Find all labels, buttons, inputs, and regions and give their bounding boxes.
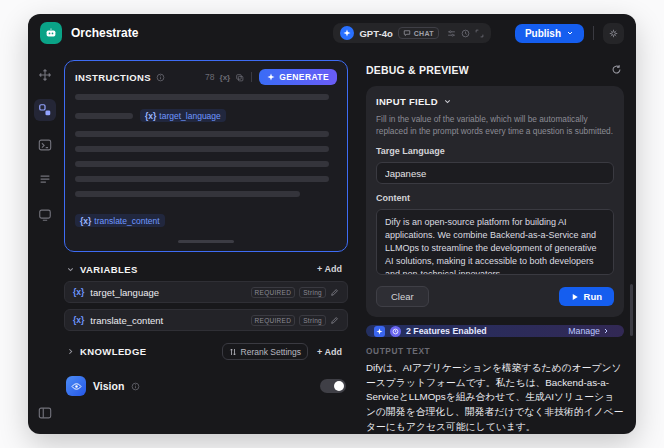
type-selector[interactable]: String xyxy=(299,287,326,298)
rerank-icon xyxy=(229,348,237,356)
chat-mode-label: CHAT xyxy=(414,30,434,37)
features-enabled-label: 2 Features Enabled xyxy=(406,326,487,336)
terminal-icon[interactable] xyxy=(34,134,56,156)
clear-button[interactable]: Clear xyxy=(376,286,429,307)
chevron-down-icon[interactable] xyxy=(443,97,452,106)
char-count: 78 xyxy=(205,72,214,82)
rerank-settings-button[interactable]: Rerank Settings xyxy=(222,343,308,360)
refresh-button[interactable] xyxy=(609,62,624,77)
info-icon[interactable] xyxy=(131,382,140,391)
chevron-down-icon[interactable] xyxy=(66,265,75,274)
type-selector[interactable]: String xyxy=(299,315,326,326)
variables-title: VARIABLES xyxy=(80,264,138,275)
model-name: GPT-4o xyxy=(359,28,392,39)
left-rail xyxy=(28,52,62,434)
model-option-icons xyxy=(447,29,484,38)
skeleton-line xyxy=(75,131,329,137)
copy-icon[interactable] xyxy=(235,73,244,82)
prompt-skeleton: {x} target_language {x} translate_conten… xyxy=(75,92,337,243)
variable-row[interactable]: {x} target_language REQUIRED String xyxy=(64,281,348,303)
chevron-right-icon[interactable] xyxy=(66,347,75,356)
vision-label: Vision xyxy=(93,380,124,392)
chat-mode-badge: CHAT xyxy=(398,27,439,39)
sliders-icon[interactable] xyxy=(447,29,456,38)
manage-features-button[interactable]: Manage xyxy=(562,325,616,337)
instructions-editor[interactable]: INSTRUCTIONS 78 {x} GENERATE xyxy=(64,60,348,252)
edit-icon[interactable] xyxy=(330,288,339,297)
annotation-icon[interactable] xyxy=(34,204,56,226)
edit-icon[interactable] xyxy=(330,316,339,325)
content-textarea[interactable]: Dify is an open-source platform for buil… xyxy=(376,209,614,275)
skeleton-line xyxy=(75,161,329,167)
debug-title: DEBUG & PREVIEW xyxy=(366,64,469,76)
app-logo-icon[interactable] xyxy=(40,22,62,44)
skeleton-line xyxy=(75,176,329,182)
move-icon[interactable] xyxy=(34,64,56,86)
run-button[interactable]: Run xyxy=(559,287,614,306)
target-language-label: Targe Language xyxy=(376,146,614,156)
model-selector[interactable]: GPT-4o CHAT xyxy=(333,23,490,43)
variable-chip-target-language[interactable]: {x} target_language xyxy=(140,109,226,122)
scroll-indicator[interactable] xyxy=(178,240,234,244)
top-bar: Orchestrate GPT-4o CHAT Publish xyxy=(28,14,636,52)
divider xyxy=(593,26,594,40)
variable-chip-translate-content[interactable]: {x} translate_content xyxy=(75,214,165,227)
model-icon xyxy=(340,26,354,40)
variable-row[interactable]: {x} translate_content REQUIRED String xyxy=(64,309,348,331)
input-field-description: Fill in the value of the variable, which… xyxy=(376,113,614,137)
orchestrate-icon[interactable] xyxy=(34,99,56,121)
input-field-title: INPUT FIELD xyxy=(376,96,438,107)
content-label: Content xyxy=(376,193,614,203)
add-variable-button[interactable]: + Add xyxy=(313,262,346,276)
feature-opener-icon xyxy=(374,326,385,337)
info-icon[interactable] xyxy=(156,73,165,82)
debug-preview-panel: DEBUG & PREVIEW INPUT FIELD Fill in the … xyxy=(354,52,636,434)
publish-button[interactable]: Publish xyxy=(515,24,584,43)
vision-feature: Vision xyxy=(64,376,348,396)
publish-label: Publish xyxy=(525,28,561,39)
scrollbar[interactable] xyxy=(630,284,633,336)
features-bar: 2 Features Enabled Manage xyxy=(366,325,624,337)
skeleton-line xyxy=(75,146,329,152)
chevron-down-icon xyxy=(566,29,574,37)
variable-name: target_language xyxy=(90,287,159,298)
page-title: Orchestrate xyxy=(71,26,138,40)
eye-icon xyxy=(66,376,86,396)
knowledge-title: KNOWLEDGE xyxy=(80,346,146,357)
instructions-title: INSTRUCTIONS xyxy=(75,72,151,83)
variable-name: translate_content xyxy=(90,315,163,326)
feature-tts-icon xyxy=(390,326,401,337)
play-icon xyxy=(571,293,579,301)
knowledge-section: KNOWLEDGE Rerank Settings + Add xyxy=(64,339,348,362)
input-field-card: INPUT FIELD Fill in the value of the var… xyxy=(366,86,624,317)
sparkle-icon xyxy=(267,73,275,81)
required-badge: REQUIRED xyxy=(251,315,296,326)
history-icon[interactable] xyxy=(461,29,470,38)
required-badge: REQUIRED xyxy=(251,287,296,298)
generate-button[interactable]: GENERATE xyxy=(259,69,337,85)
gear-icon xyxy=(609,28,618,39)
skeleton-line xyxy=(75,191,300,197)
orchestrate-panel: INSTRUCTIONS 78 {x} GENERATE xyxy=(62,52,354,434)
variables-icon[interactable]: {x} xyxy=(220,73,231,82)
output-text: Difyは、AIアプリケーションを構築するためのオープンソースプラットフォームで… xyxy=(366,361,624,434)
expand-icon[interactable] xyxy=(475,29,484,38)
vision-toggle[interactable] xyxy=(320,379,346,393)
add-knowledge-button[interactable]: + Add xyxy=(313,345,346,359)
logs-icon[interactable] xyxy=(34,169,56,191)
app-window: Orchestrate GPT-4o CHAT Publish xyxy=(28,14,636,434)
output-text-title: OUTPUT TEXT xyxy=(366,346,624,356)
target-language-input[interactable] xyxy=(376,162,614,184)
variables-section: VARIABLES + Add {x} target_language REQU… xyxy=(64,260,348,331)
settings-button[interactable] xyxy=(603,23,624,44)
skeleton-line xyxy=(75,113,133,119)
generate-label: GENERATE xyxy=(279,72,329,82)
chevron-right-icon xyxy=(602,327,610,335)
collapse-panel-icon[interactable] xyxy=(34,402,56,424)
divider xyxy=(251,72,252,82)
skeleton-line xyxy=(75,94,329,100)
instructions-header: INSTRUCTIONS 78 {x} GENERATE xyxy=(75,69,337,85)
refresh-icon xyxy=(611,64,622,75)
